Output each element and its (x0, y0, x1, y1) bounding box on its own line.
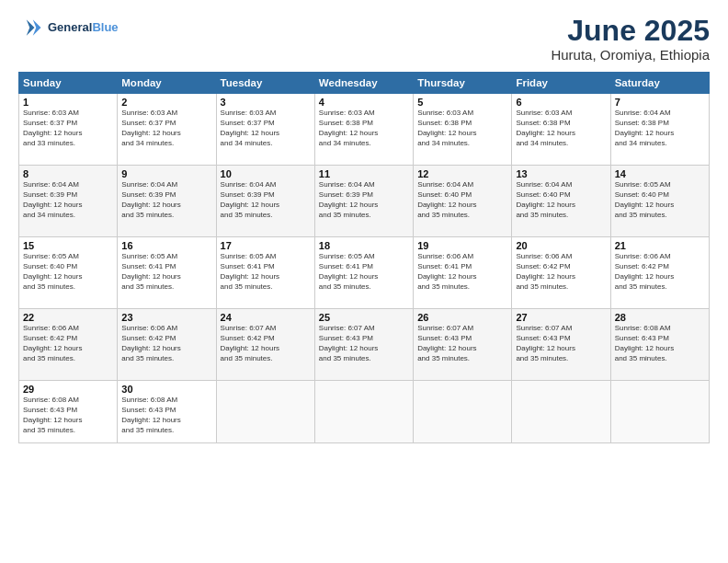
day-number: 7 (615, 97, 705, 108)
cell-details: Sunrise: 6:07 AM Sunset: 6:43 PM Dayligh… (417, 324, 507, 363)
table-row: 4Sunrise: 6:03 AM Sunset: 6:38 PM Daylig… (314, 94, 413, 166)
cell-details: Sunrise: 6:05 AM Sunset: 6:40 PM Dayligh… (23, 252, 113, 292)
table-row: 28Sunrise: 6:08 AM Sunset: 6:43 PM Dayli… (610, 309, 709, 381)
table-row: 5Sunrise: 6:03 AM Sunset: 6:38 PM Daylig… (414, 94, 512, 166)
table-row: 18Sunrise: 6:05 AM Sunset: 6:41 PM Dayli… (314, 237, 413, 309)
day-number: 12 (417, 168, 507, 179)
cell-details: Sunrise: 6:04 AM Sunset: 6:39 PM Dayligh… (319, 180, 409, 220)
cell-details: Sunrise: 6:03 AM Sunset: 6:37 PM Dayligh… (221, 109, 311, 148)
day-number: 27 (516, 312, 606, 323)
table-row (512, 381, 610, 443)
cell-details: Sunrise: 6:07 AM Sunset: 6:43 PM Dayligh… (516, 324, 606, 363)
table-row: 19Sunrise: 6:06 AM Sunset: 6:41 PM Dayli… (414, 237, 512, 309)
cell-details: Sunrise: 6:06 AM Sunset: 6:42 PM Dayligh… (121, 324, 211, 363)
table-row: 25Sunrise: 6:07 AM Sunset: 6:43 PM Dayli… (314, 309, 413, 381)
table-row: 8Sunrise: 6:04 AM Sunset: 6:39 PM Daylig… (19, 166, 118, 237)
day-number: 19 (417, 240, 507, 251)
day-number: 23 (121, 312, 211, 323)
table-row: 11Sunrise: 6:04 AM Sunset: 6:39 PM Dayli… (314, 166, 413, 237)
cell-details: Sunrise: 6:05 AM Sunset: 6:40 PM Dayligh… (615, 180, 705, 220)
table-row: 27Sunrise: 6:07 AM Sunset: 6:43 PM Dayli… (512, 309, 610, 381)
cell-details: Sunrise: 6:03 AM Sunset: 6:37 PM Dayligh… (121, 109, 211, 148)
day-number: 2 (121, 97, 211, 108)
logo-text: GeneralBlue (48, 20, 119, 35)
day-number: 26 (417, 312, 507, 323)
title-block: June 2025 Huruta, Oromiya, Ethiopia (551, 15, 710, 63)
header: GeneralBlue June 2025 Huruta, Oromiya, E… (18, 15, 710, 63)
cell-details: Sunrise: 6:08 AM Sunset: 6:43 PM Dayligh… (615, 324, 705, 363)
table-row: 9Sunrise: 6:04 AM Sunset: 6:39 PM Daylig… (118, 166, 216, 237)
table-row: 24Sunrise: 6:07 AM Sunset: 6:42 PM Dayli… (216, 309, 314, 381)
calendar-page: GeneralBlue June 2025 Huruta, Oromiya, E… (0, 0, 728, 563)
cell-details: Sunrise: 6:06 AM Sunset: 6:42 PM Dayligh… (615, 252, 705, 292)
table-row: 12Sunrise: 6:04 AM Sunset: 6:40 PM Dayli… (414, 166, 512, 237)
day-number: 25 (319, 312, 409, 323)
cell-details: Sunrise: 6:07 AM Sunset: 6:42 PM Dayligh… (221, 324, 311, 363)
day-number: 21 (615, 240, 705, 251)
cell-details: Sunrise: 6:03 AM Sunset: 6:38 PM Dayligh… (319, 109, 409, 148)
svg-marker-2 (27, 19, 35, 36)
day-number: 14 (615, 168, 705, 179)
cell-details: Sunrise: 6:06 AM Sunset: 6:41 PM Dayligh… (417, 252, 507, 292)
table-row: 21Sunrise: 6:06 AM Sunset: 6:42 PM Dayli… (610, 237, 709, 309)
table-row: 30Sunrise: 6:08 AM Sunset: 6:43 PM Dayli… (118, 381, 216, 443)
day-number: 30 (121, 384, 211, 395)
calendar-table: Sunday Monday Tuesday Wednesday Thursday… (18, 72, 710, 443)
cell-details: Sunrise: 6:04 AM Sunset: 6:39 PM Dayligh… (121, 180, 211, 220)
cell-details: Sunrise: 6:03 AM Sunset: 6:37 PM Dayligh… (23, 109, 113, 148)
table-row: 20Sunrise: 6:06 AM Sunset: 6:42 PM Dayli… (512, 237, 610, 309)
table-row: 10Sunrise: 6:04 AM Sunset: 6:39 PM Dayli… (216, 166, 314, 237)
table-row: 7Sunrise: 6:04 AM Sunset: 6:38 PM Daylig… (610, 94, 709, 166)
cell-details: Sunrise: 6:05 AM Sunset: 6:41 PM Dayligh… (221, 252, 311, 292)
logo-icon (18, 15, 44, 40)
day-number: 8 (23, 168, 113, 179)
col-thursday: Thursday (414, 73, 512, 94)
table-row: 17Sunrise: 6:05 AM Sunset: 6:41 PM Dayli… (216, 237, 314, 309)
col-friday: Friday (512, 73, 610, 94)
table-row: 14Sunrise: 6:05 AM Sunset: 6:40 PM Dayli… (610, 166, 709, 237)
cell-details: Sunrise: 6:08 AM Sunset: 6:43 PM Dayligh… (121, 396, 211, 435)
cell-details: Sunrise: 6:03 AM Sunset: 6:38 PM Dayligh… (417, 109, 507, 148)
day-number: 15 (23, 240, 113, 251)
day-number: 18 (319, 240, 409, 251)
day-number: 1 (23, 97, 113, 108)
table-row: 22Sunrise: 6:06 AM Sunset: 6:42 PM Dayli… (19, 309, 118, 381)
cell-details: Sunrise: 6:05 AM Sunset: 6:41 PM Dayligh… (319, 252, 409, 292)
day-number: 11 (319, 168, 409, 179)
table-row (610, 381, 709, 443)
col-sunday: Sunday (19, 73, 118, 94)
location: Huruta, Oromiya, Ethiopia (551, 47, 710, 63)
table-row: 26Sunrise: 6:07 AM Sunset: 6:43 PM Dayli… (414, 309, 512, 381)
day-number: 9 (121, 168, 211, 179)
cell-details: Sunrise: 6:04 AM Sunset: 6:40 PM Dayligh… (516, 180, 606, 220)
cell-details: Sunrise: 6:06 AM Sunset: 6:42 PM Dayligh… (516, 252, 606, 292)
cell-details: Sunrise: 6:08 AM Sunset: 6:43 PM Dayligh… (23, 396, 113, 435)
col-monday: Monday (118, 73, 216, 94)
month-title: June 2025 (551, 15, 710, 47)
cell-details: Sunrise: 6:05 AM Sunset: 6:41 PM Dayligh… (121, 252, 211, 292)
day-number: 24 (221, 312, 311, 323)
table-row: 23Sunrise: 6:06 AM Sunset: 6:42 PM Dayli… (118, 309, 216, 381)
cell-details: Sunrise: 6:03 AM Sunset: 6:38 PM Dayligh… (516, 109, 606, 148)
cell-details: Sunrise: 6:04 AM Sunset: 6:38 PM Dayligh… (615, 109, 705, 148)
day-number: 16 (121, 240, 211, 251)
day-number: 10 (221, 168, 311, 179)
col-saturday: Saturday (610, 73, 709, 94)
day-number: 6 (516, 97, 606, 108)
col-wednesday: Wednesday (314, 73, 413, 94)
day-number: 13 (516, 168, 606, 179)
day-number: 3 (221, 97, 311, 108)
cell-details: Sunrise: 6:07 AM Sunset: 6:43 PM Dayligh… (319, 324, 409, 363)
table-row (314, 381, 413, 443)
table-row: 3Sunrise: 6:03 AM Sunset: 6:37 PM Daylig… (216, 94, 314, 166)
cell-details: Sunrise: 6:04 AM Sunset: 6:39 PM Dayligh… (23, 180, 113, 220)
day-number: 22 (23, 312, 113, 323)
table-row: 2Sunrise: 6:03 AM Sunset: 6:37 PM Daylig… (118, 94, 216, 166)
table-row: 29Sunrise: 6:08 AM Sunset: 6:43 PM Dayli… (19, 381, 118, 443)
day-number: 29 (23, 384, 113, 395)
table-row: 13Sunrise: 6:04 AM Sunset: 6:40 PM Dayli… (512, 166, 610, 237)
cell-details: Sunrise: 6:04 AM Sunset: 6:40 PM Dayligh… (417, 180, 507, 220)
table-row: 16Sunrise: 6:05 AM Sunset: 6:41 PM Dayli… (118, 237, 216, 309)
cell-details: Sunrise: 6:04 AM Sunset: 6:39 PM Dayligh… (221, 180, 311, 220)
table-row: 15Sunrise: 6:05 AM Sunset: 6:40 PM Dayli… (19, 237, 118, 309)
